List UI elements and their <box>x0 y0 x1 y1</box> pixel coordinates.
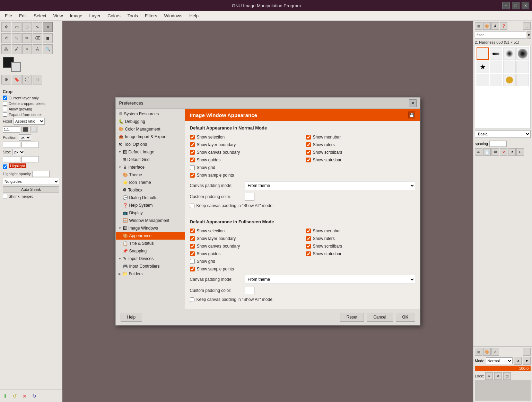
menu-select[interactable]: Select <box>30 12 50 20</box>
sidebar-item-help-system[interactable]: ❓ Help System <box>116 202 185 209</box>
cancel-button[interactable]: Cancel <box>367 313 393 322</box>
reset-button[interactable]: Reset <box>340 313 364 322</box>
lock-alpha-btn[interactable]: ⊡ <box>503 372 511 380</box>
clone-tool[interactable]: ✦ <box>22 44 32 54</box>
position-unit-select[interactable]: px <box>19 134 31 141</box>
close-button[interactable]: ✕ <box>522 2 529 9</box>
brush-view-btn-4[interactable]: ❓ <box>500 22 507 30</box>
help-button[interactable]: Help <box>121 313 142 322</box>
brush-panel-menu-btn[interactable]: ☰ <box>523 22 531 30</box>
sidebar-item-title-status[interactable]: 📋 Title & Status <box>116 240 185 247</box>
brush-cell-8[interactable] <box>516 61 529 73</box>
full-show-sample-points-checkbox[interactable] <box>190 267 195 271</box>
size-unit-select[interactable]: px <box>12 149 25 155</box>
sidebar-item-color-management[interactable]: 🎨 Color Management <box>116 125 185 133</box>
full-show-guides-checkbox[interactable] <box>190 251 195 256</box>
free-select-tool[interactable]: ∿ <box>33 22 42 32</box>
guides-dropdown[interactable]: No guides <box>3 178 59 185</box>
sidebar-item-theme[interactable]: 🎨 Theme <box>116 171 185 179</box>
expand-center-checkbox[interactable] <box>3 112 7 117</box>
normal-show-menubar-checkbox[interactable] <box>306 135 311 140</box>
normal-show-sample-points-checkbox[interactable] <box>190 173 195 178</box>
menu-image[interactable]: Image <box>66 12 86 20</box>
scale-btn-2[interactable]: ⬜ <box>30 126 38 133</box>
normal-show-layer-boundary-checkbox[interactable] <box>190 142 195 147</box>
channels-btn[interactable]: 🎨 <box>483 348 491 356</box>
delete-cropped-checkbox[interactable] <box>3 101 7 106</box>
mode-select[interactable]: Normal <box>486 357 513 364</box>
sidebar-item-interface[interactable]: ▼ 🖥 Interface <box>116 163 185 171</box>
brush-cell-2[interactable] <box>490 47 502 60</box>
sidebar-item-input-controllers[interactable]: 🎮 Input Controllers <box>116 262 185 270</box>
full-show-layer-boundary-checkbox[interactable] <box>190 236 195 241</box>
full-show-scrollbars-checkbox[interactable] <box>306 244 311 249</box>
normal-show-grid-checkbox[interactable] <box>190 165 195 170</box>
normal-show-rulers-checkbox[interactable] <box>306 142 311 147</box>
sidebar-item-icon-theme[interactable]: ⭐ Icon Theme <box>116 179 185 186</box>
extra-btn-4[interactable]: □ <box>33 75 42 84</box>
text-tool[interactable]: A <box>33 44 42 54</box>
allow-growing-checkbox[interactable] <box>3 107 7 111</box>
brush-cell-10[interactable] <box>490 74 502 86</box>
size-y-input[interactable]: 0 <box>21 156 39 162</box>
brush-view-btn-2[interactable]: 🎨 <box>483 22 491 30</box>
sidebar-item-folders[interactable]: ▶ 📁 Folders <box>116 270 185 278</box>
menu-help[interactable]: Help <box>186 12 202 20</box>
rect-select-tool[interactable]: ▭ <box>12 22 21 32</box>
sidebar-item-dialog-defaults[interactable]: 💬 Dialog Defaults <box>116 194 185 202</box>
extra-btn-2[interactable]: 🔖 <box>12 75 21 84</box>
move-tool[interactable]: ✥ <box>1 22 11 32</box>
eraser-tool[interactable]: ⌫ <box>33 33 42 43</box>
sidebar-item-toolbox[interactable]: 🛠 Toolbox <box>116 186 185 194</box>
normal-custom-padding-swatch[interactable] <box>245 193 254 200</box>
brush-cell-5[interactable]: ★ <box>477 61 489 73</box>
scale-tool[interactable]: ⤡ <box>12 33 21 43</box>
brush-cell-7[interactable] <box>503 61 516 73</box>
pos-y-input[interactable]: 0 <box>21 142 39 148</box>
scale-btn-1[interactable]: ⬛ <box>21 126 29 133</box>
brush-view-btn-3[interactable]: A <box>491 22 499 30</box>
ellipse-select-tool[interactable]: ⊙ <box>22 22 32 32</box>
menu-tools[interactable]: Tools <box>124 12 141 20</box>
crop-tool[interactable]: ⌗ <box>43 22 53 32</box>
brush-new-btn[interactable]: 📄 <box>483 148 491 156</box>
full-show-rulers-checkbox[interactable] <box>306 236 311 241</box>
menu-windows[interactable]: Windows <box>160 12 186 20</box>
brush-cell-6[interactable] <box>490 61 502 73</box>
brush-delete-btn[interactable]: ✕ <box>500 148 507 156</box>
full-canvas-padding-select[interactable]: From theme <box>245 275 415 284</box>
paint-tool[interactable]: ✏ <box>22 33 32 43</box>
sidebar-item-window-management[interactable]: 🪟 Window Management <box>116 217 185 224</box>
brush-view-btn-1[interactable]: ⊞ <box>475 22 482 30</box>
normal-show-scrollbars-checkbox[interactable] <box>306 150 311 155</box>
auto-shrink-button[interactable]: Auto Shrink <box>3 186 59 193</box>
menu-filters[interactable]: Filters <box>141 12 160 20</box>
normal-show-guides-checkbox[interactable] <box>190 158 195 162</box>
bottom-btn-3[interactable]: ✕ <box>21 392 28 400</box>
layers-btn[interactable]: ⊞ <box>475 348 482 356</box>
highlight-checkbox[interactable] <box>3 164 7 169</box>
sidebar-item-system-resources[interactable]: 🖥 System Resources <box>116 110 185 118</box>
filter-dropdown-btn[interactable]: ▼ <box>527 31 531 39</box>
bottom-btn-2[interactable]: ↺ <box>11 392 19 400</box>
lock-pen-btn[interactable]: ✏ <box>485 372 493 380</box>
full-show-selection-checkbox[interactable] <box>190 229 195 233</box>
full-custom-padding-swatch[interactable] <box>245 287 254 294</box>
magnify-tool[interactable]: 🔍 <box>43 44 53 54</box>
sidebar-item-tool-options[interactable]: 🛠 Tool Options <box>116 141 185 148</box>
ok-button[interactable]: OK <box>396 313 415 322</box>
brush-cell-1[interactable]: · <box>477 47 489 60</box>
normal-show-canvas-boundary-checkbox[interactable] <box>190 150 195 155</box>
scale-input[interactable] <box>3 126 20 133</box>
ink-tool[interactable]: 🖋 <box>12 44 21 54</box>
size-x-input[interactable]: 0 <box>3 156 20 162</box>
normal-canvas-padding-select[interactable]: From theme <box>245 181 415 190</box>
background-color[interactable] <box>11 62 21 72</box>
brush-cell-9[interactable] <box>477 74 489 86</box>
sidebar-item-appearance[interactable]: 🎨 Appearance <box>116 232 185 240</box>
full-show-grid-checkbox[interactable] <box>190 259 195 264</box>
bucket-tool[interactable]: ◼ <box>43 33 53 43</box>
airbrush-tool[interactable]: ⁂ <box>1 44 11 54</box>
dialog-close-button[interactable]: ✕ <box>409 99 417 107</box>
brush-view-toggle-btn[interactable]: ↻ <box>516 148 524 156</box>
